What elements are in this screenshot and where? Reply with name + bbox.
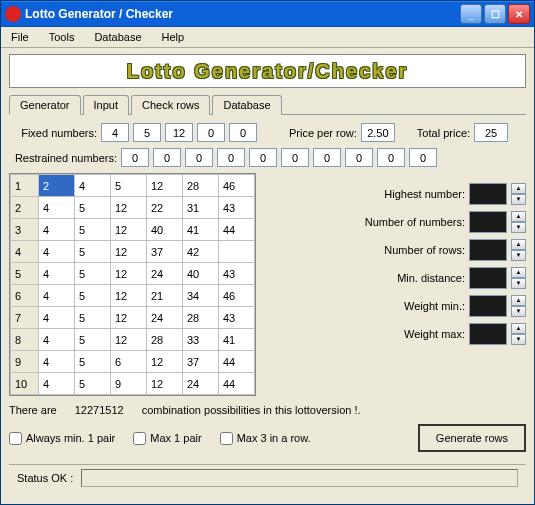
- restrained-input-6[interactable]: [313, 148, 341, 167]
- restrained-input-4[interactable]: [249, 148, 277, 167]
- highest-number-up[interactable]: ▲: [511, 183, 526, 194]
- grid-cell[interactable]: 4: [39, 241, 75, 263]
- menu-tools[interactable]: Tools: [45, 29, 79, 45]
- minimize-button[interactable]: _: [460, 4, 482, 24]
- grid-cell[interactable]: 5: [75, 329, 111, 351]
- menu-file[interactable]: File: [7, 29, 33, 45]
- grid-cell[interactable]: 5: [75, 219, 111, 241]
- grid-cell[interactable]: 4: [39, 373, 75, 395]
- restrained-input-9[interactable]: [409, 148, 437, 167]
- fixed-number-input-3[interactable]: [197, 123, 225, 142]
- grid-cell[interactable]: 5: [75, 351, 111, 373]
- grid-cell[interactable]: 4: [75, 175, 111, 197]
- number-of-numbers-value[interactable]: [469, 211, 507, 233]
- weight-min-value[interactable]: [469, 295, 507, 317]
- restrained-input-7[interactable]: [345, 148, 373, 167]
- weight-max-down[interactable]: ▼: [511, 334, 526, 345]
- grid-cell[interactable]: 43: [219, 307, 255, 329]
- min-distance-value[interactable]: [469, 267, 507, 289]
- grid-cell[interactable]: 12: [111, 241, 147, 263]
- highest-number-down[interactable]: ▼: [511, 194, 526, 205]
- grid-cell[interactable]: 22: [147, 197, 183, 219]
- grid-cell[interactable]: 41: [219, 329, 255, 351]
- grid-cell[interactable]: 24: [183, 373, 219, 395]
- fixed-number-input-4[interactable]: [229, 123, 257, 142]
- grid-cell[interactable]: 40: [147, 219, 183, 241]
- grid-row-header[interactable]: 6: [11, 285, 39, 307]
- grid-cell[interactable]: 28: [183, 175, 219, 197]
- grid-cell[interactable]: 12: [111, 197, 147, 219]
- weight-max-up[interactable]: ▲: [511, 323, 526, 334]
- grid-row-header[interactable]: 7: [11, 307, 39, 329]
- grid-cell[interactable]: 6: [111, 351, 147, 373]
- fixed-number-input-0[interactable]: [101, 123, 129, 142]
- weight-min-up[interactable]: ▲: [511, 295, 526, 306]
- tab-generator[interactable]: Generator: [9, 95, 81, 115]
- restrained-input-8[interactable]: [377, 148, 405, 167]
- grid-cell[interactable]: 4: [39, 351, 75, 373]
- number-of-numbers-up[interactable]: ▲: [511, 211, 526, 222]
- grid-cell[interactable]: 12: [147, 175, 183, 197]
- maximize-button[interactable]: ☐: [484, 4, 506, 24]
- tab-input[interactable]: Input: [83, 95, 129, 115]
- grid-cell[interactable]: 40: [183, 263, 219, 285]
- grid-cell[interactable]: 9: [111, 373, 147, 395]
- min-distance-down[interactable]: ▼: [511, 278, 526, 289]
- grid-cell[interactable]: 5: [75, 285, 111, 307]
- grid-cell[interactable]: 44: [219, 351, 255, 373]
- grid-row-header[interactable]: 10: [11, 373, 39, 395]
- tab-database[interactable]: Database: [212, 95, 281, 115]
- max-1-pair-checkbox[interactable]: [133, 432, 146, 445]
- grid-cell[interactable]: 44: [219, 219, 255, 241]
- restrained-input-2[interactable]: [185, 148, 213, 167]
- grid-cell[interactable]: 44: [219, 373, 255, 395]
- grid-cell[interactable]: 12: [111, 285, 147, 307]
- grid-row-header[interactable]: 2: [11, 197, 39, 219]
- grid-cell[interactable]: 28: [183, 307, 219, 329]
- grid-row-header[interactable]: 5: [11, 263, 39, 285]
- grid-cell[interactable]: 4: [39, 219, 75, 241]
- grid-cell[interactable]: 5: [75, 373, 111, 395]
- grid-cell[interactable]: 24: [147, 263, 183, 285]
- grid-cell[interactable]: 4: [39, 285, 75, 307]
- highest-number-value[interactable]: [469, 183, 507, 205]
- max-3-in-a-row-checkbox[interactable]: [220, 432, 233, 445]
- generate-rows-button[interactable]: Generate rows: [418, 424, 526, 452]
- grid-cell[interactable]: 5: [111, 175, 147, 197]
- restrained-input-0[interactable]: [121, 148, 149, 167]
- restrained-input-1[interactable]: [153, 148, 181, 167]
- grid-cell[interactable]: 28: [147, 329, 183, 351]
- grid-row-header[interactable]: 3: [11, 219, 39, 241]
- menu-database[interactable]: Database: [90, 29, 145, 45]
- grid-cell[interactable]: 4: [39, 329, 75, 351]
- grid-cell[interactable]: 31: [183, 197, 219, 219]
- restrained-input-5[interactable]: [281, 148, 309, 167]
- grid-cell[interactable]: 5: [75, 241, 111, 263]
- grid-cell[interactable]: 12: [147, 373, 183, 395]
- grid-cell[interactable]: 24: [147, 307, 183, 329]
- number-of-rows-value[interactable]: [469, 239, 507, 261]
- grid-cell[interactable]: 21: [147, 285, 183, 307]
- number-of-rows-up[interactable]: ▲: [511, 239, 526, 250]
- grid-cell[interactable]: 43: [219, 263, 255, 285]
- number-of-rows-down[interactable]: ▼: [511, 250, 526, 261]
- grid-cell[interactable]: 12: [111, 329, 147, 351]
- grid-cell[interactable]: 46: [219, 175, 255, 197]
- grid-cell[interactable]: [219, 241, 255, 263]
- grid-cell[interactable]: 12: [111, 219, 147, 241]
- grid-cell[interactable]: 41: [183, 219, 219, 241]
- grid-cell[interactable]: 12: [147, 351, 183, 373]
- total-price-input[interactable]: [474, 123, 508, 142]
- grid-cell[interactable]: 5: [75, 307, 111, 329]
- grid-cell[interactable]: 12: [111, 307, 147, 329]
- grid-cell[interactable]: 2: [39, 175, 75, 197]
- fixed-number-input-1[interactable]: [133, 123, 161, 142]
- grid-cell[interactable]: 43: [219, 197, 255, 219]
- results-grid[interactable]: 1245122846245122231433451240414444512374…: [10, 174, 255, 395]
- grid-cell[interactable]: 33: [183, 329, 219, 351]
- restrained-input-3[interactable]: [217, 148, 245, 167]
- grid-cell[interactable]: 12: [111, 263, 147, 285]
- weight-max-value[interactable]: [469, 323, 507, 345]
- grid-cell[interactable]: 4: [39, 307, 75, 329]
- price-per-row-input[interactable]: [361, 123, 395, 142]
